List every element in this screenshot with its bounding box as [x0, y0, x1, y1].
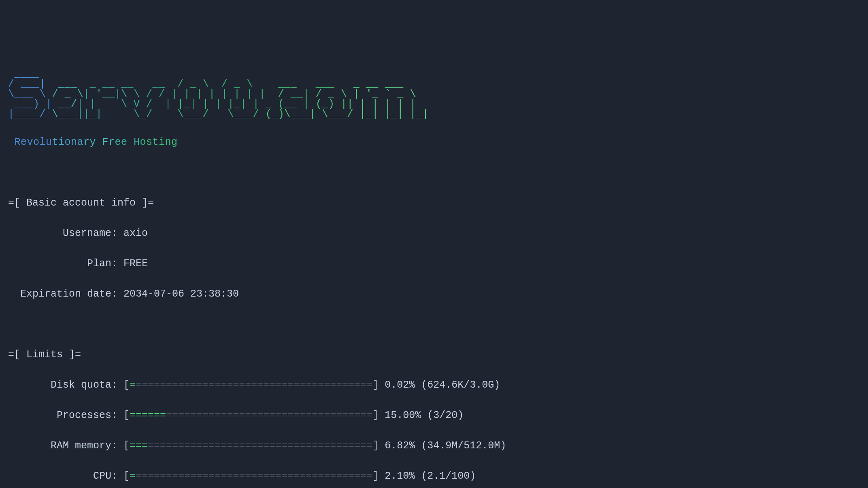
cpu-bar-empty: =======================================	[136, 470, 372, 482]
ram-bar-empty: =====================================	[148, 440, 372, 452]
ram-detail: (34.9M/512.0M)	[421, 440, 506, 452]
cpu-row: CPU: [==================================…	[8, 469, 860, 484]
username-label: Username:	[63, 227, 117, 239]
ram-row: RAM memory: [===========================…	[8, 438, 860, 454]
plan-value: FREE	[123, 258, 148, 269]
section-basic-info-header: =[ Basic account info ]=	[8, 195, 860, 211]
tagline-part-3: ry Fr	[83, 136, 115, 148]
expiration-label: Expiration date:	[20, 288, 117, 300]
expiration-row: Expiration date: 2034-07-06 23:38:30	[8, 286, 860, 302]
tagline-part-5: osting	[140, 136, 178, 148]
blank-row	[8, 165, 860, 180]
disk-quota-label: Disk quota:	[51, 379, 117, 391]
processes-percent: 15.00%	[385, 409, 421, 421]
processes-bar-fill: ======	[130, 409, 166, 421]
tagline-part-4: ee H	[115, 136, 140, 148]
blank-row	[8, 317, 860, 332]
disk-quota-bar-empty: =======================================	[136, 379, 372, 391]
section-limits-header: =[ Limits ]=	[8, 347, 860, 363]
tagline-part-1: Revolu	[15, 136, 52, 148]
processes-row: Processes: [============================…	[8, 408, 860, 423]
ascii-logo: ____ / ___| ___ _ __ __ __ / _ \ / _ \ _…	[8, 69, 860, 119]
cpu-bar-fill: =	[130, 470, 136, 482]
ram-bar-fill: ===	[130, 440, 148, 452]
disk-quota-percent: 0.02%	[385, 379, 415, 391]
tagline: Revolutionary Free Hosting	[8, 135, 860, 150]
username-value: axio	[123, 227, 148, 239]
cpu-label: CPU:	[93, 470, 117, 482]
cpu-detail: (2.1/100)	[421, 470, 476, 482]
cpu-percent: 2.10%	[385, 470, 415, 482]
plan-label: Plan:	[87, 258, 117, 269]
section-limits-title: =[ Limits ]=	[8, 349, 81, 361]
processes-bar-empty: ==================================	[166, 409, 372, 421]
disk-quota-row: Disk quota: [===========================…	[8, 378, 860, 393]
username-row: Username: axio	[8, 226, 860, 241]
disk-quota-bar-fill: =	[130, 379, 136, 391]
disk-quota-detail: (624.6K/3.0G)	[421, 379, 500, 391]
tagline-part-2: tiona	[52, 136, 84, 148]
ram-label: RAM memory:	[51, 440, 117, 452]
section-basic-info-title: =[ Basic account info ]=	[8, 197, 154, 209]
plan-row: Plan: FREE	[8, 256, 860, 272]
processes-detail: (3/20)	[427, 409, 464, 421]
ram-percent: 6.82%	[385, 440, 415, 452]
processes-label: Processes:	[57, 409, 117, 421]
expiration-value: 2034-07-06 23:38:30	[123, 288, 239, 300]
